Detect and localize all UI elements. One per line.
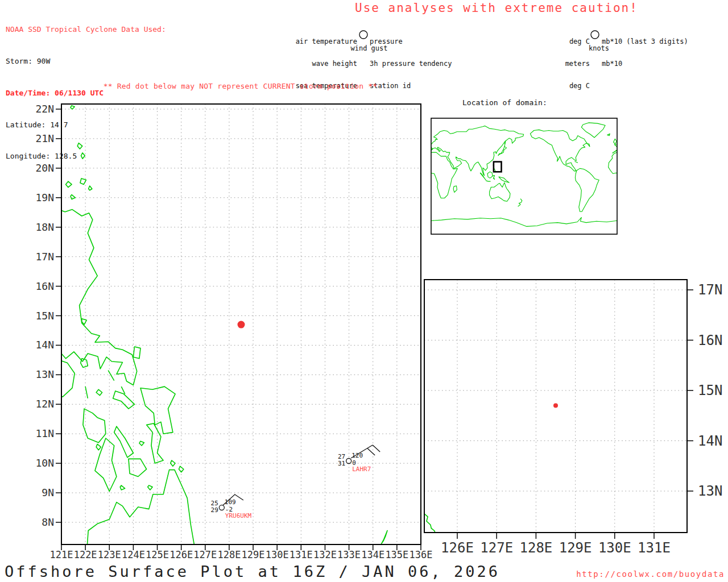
lat-tick-label: 19N — [35, 192, 54, 203]
lat-tick-label: 13N — [698, 483, 722, 499]
lon-tick-label: 126E — [169, 549, 193, 560]
lat-tick-label: 11N — [35, 427, 54, 439]
world-coastline — [614, 139, 617, 144]
world-coastline — [318, 142, 320, 147]
station-sea-temp: 31 — [338, 460, 345, 467]
world-coastline — [307, 165, 310, 173]
world-coastline — [530, 130, 590, 171]
world-coastline — [307, 176, 309, 180]
lon-tick-label: 127E — [193, 549, 217, 560]
units-legend-circle — [591, 31, 599, 39]
coastline — [81, 359, 88, 368]
world-coastline — [344, 130, 404, 171]
station-circle — [346, 458, 351, 463]
units-legend-right: mb*10 (last 3 digits) mb*10 — [602, 23, 688, 82]
lon-tick-label: 131E — [289, 549, 313, 560]
coastline — [71, 195, 75, 199]
world-coastline — [486, 181, 490, 181]
station-id: YRU6UKM — [225, 512, 252, 519]
world-coastline — [453, 186, 457, 192]
station-model-legend-left: air temperature wave height sea temperat… — [260, 23, 357, 105]
world-coastline — [421, 134, 424, 135]
station-model-legend-right: pressure 3h pressure tendency station id — [370, 23, 452, 105]
coastline — [96, 389, 102, 395]
lat-tick-label: 18N — [35, 221, 54, 233]
world-coastline — [301, 172, 307, 178]
tc-info-latitude: Latitude: 14.7 — [6, 120, 166, 131]
unit-meters: meters — [539, 60, 590, 68]
world-coastline — [300, 181, 304, 181]
lon-tick-label: 122E — [74, 549, 97, 560]
coastline — [129, 459, 147, 476]
world-coastline — [487, 172, 493, 178]
world-coastline — [389, 161, 392, 163]
lat-tick-label: 17N — [35, 251, 54, 263]
world-coastline — [690, 142, 692, 147]
coastline — [120, 485, 125, 490]
station-sea-temp: 29 — [211, 506, 218, 514]
lon-tick-label: 125E — [146, 549, 169, 560]
plot-title: Offshore Surface Plot at 16Z / JAN 06, 2… — [5, 563, 500, 580]
lat-tick-label: 10N — [35, 457, 54, 469]
world-coastline — [499, 177, 509, 182]
world-coastline — [679, 165, 682, 173]
world-map-coastlines — [237, 123, 728, 227]
world-coastline — [294, 173, 300, 180]
unit-mb10: mb*10 — [602, 60, 688, 68]
lon-tick-label: 130E — [266, 549, 289, 560]
legend-wave-height: wave height — [260, 60, 357, 68]
world-coastline — [679, 176, 681, 180]
legend-wind-gust: wind gust — [349, 45, 390, 52]
lat-tick-label: 8N — [42, 516, 54, 528]
world-coastline — [666, 173, 672, 180]
world-coastline — [427, 126, 524, 176]
world-coastline — [575, 168, 599, 211]
lon-tick-label: 124E — [122, 549, 145, 560]
lat-tick-label: 13N — [35, 368, 54, 380]
lon-tick-label: 128E — [217, 549, 241, 560]
coastline — [139, 441, 144, 446]
coastline — [424, 514, 435, 534]
world-map-frame — [431, 118, 617, 234]
world-coastline — [428, 139, 431, 144]
lat-tick-label: 14N — [35, 339, 54, 351]
lon-tick-label: 131E — [638, 540, 671, 556]
world-coastline — [237, 152, 272, 198]
world-coastline — [267, 186, 271, 192]
world-coastline — [704, 199, 708, 207]
world-coastline — [395, 123, 419, 138]
lon-tick-label: 136E — [410, 549, 433, 560]
station-plot-lahr7: 27311200LAHR7 — [338, 445, 380, 473]
station-circle — [219, 505, 224, 510]
lon-tick-label: 134E — [361, 549, 384, 560]
coastline — [95, 438, 117, 492]
world-coastline — [423, 152, 458, 198]
station-id: LAHR7 — [352, 465, 371, 473]
world-coastline — [607, 134, 610, 135]
station-model-circle — [359, 31, 367, 39]
coastline — [133, 347, 140, 359]
world-coastline — [684, 147, 693, 156]
unit-knots: knots — [581, 45, 617, 52]
legend-air-temperature: air temperature — [260, 38, 357, 45]
tc-info-storm: Storm: 90W — [6, 56, 166, 67]
world-coastline — [313, 177, 323, 182]
world-coastline — [304, 182, 324, 201]
caution-banner: Use analyses with extreme caution! — [355, 1, 638, 15]
lon-tick-label: 130E — [598, 540, 631, 556]
coastline — [85, 386, 88, 398]
world-coastline — [332, 199, 336, 207]
world-coastline — [676, 182, 696, 201]
coastline — [89, 186, 92, 190]
source-url: http://coolwx.com/buoydata — [569, 569, 725, 579]
world-coastline — [518, 199, 522, 207]
lat-tick-label: 15N — [35, 310, 54, 322]
world-coastline — [490, 182, 510, 201]
coastline — [114, 426, 134, 458]
tc-info-longitude: Longitude: 128.5 — [6, 151, 166, 162]
coastline — [140, 386, 175, 434]
lat-tick-label: 16N — [698, 332, 722, 348]
buoy-plot-page: 22N21N20N19N18N17N16N15N14N13N12N11N10N9… — [0, 0, 728, 582]
lon-tick-label: 121E — [50, 549, 73, 560]
coastline — [51, 360, 75, 397]
